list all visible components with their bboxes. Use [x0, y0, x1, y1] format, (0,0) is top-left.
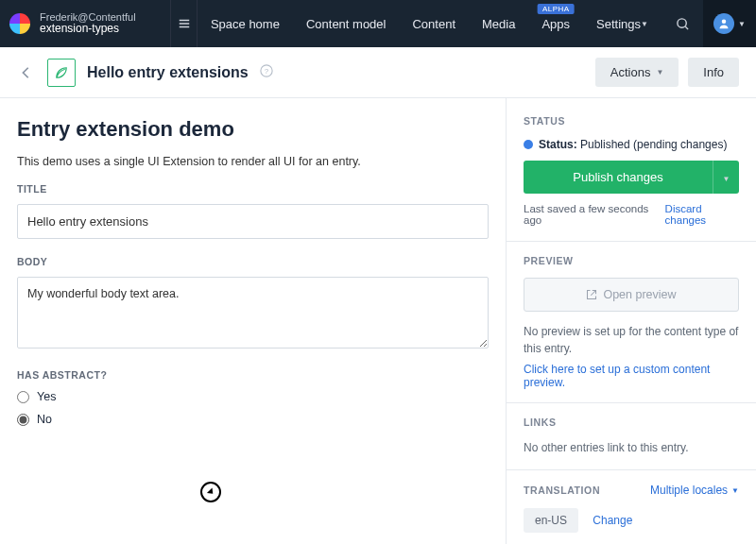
leaf-icon [53, 64, 70, 81]
preview-setup-link[interactable]: Click here to set up a custom content pr… [524, 363, 739, 389]
translation-mode-select[interactable]: Multiple locales ▼ [650, 484, 739, 497]
nav-settings-label: Settings [596, 17, 641, 31]
abstract-yes[interactable]: Yes [17, 390, 489, 403]
sidebar: STATUS Status: Published (pending change… [507, 98, 756, 544]
status-dot-icon [524, 140, 533, 149]
chevron-left-icon [20, 66, 33, 79]
open-preview-label: Open preview [603, 288, 676, 301]
abstract-yes-radio[interactable] [17, 391, 29, 403]
field-abstract: HAS ABSTRACT? Yes No [17, 369, 489, 426]
status-label: Status: [539, 138, 577, 151]
links-heading: LINKS [524, 416, 739, 428]
chevron-down-icon: ▼ [738, 20, 746, 28]
page-description: This demo uses a single UI Extension to … [17, 155, 489, 168]
saved-row: Last saved a few seconds ago Discard cha… [524, 203, 739, 226]
entry-title: Hello entry extensions [87, 64, 249, 81]
field-body: BODY My wonderful body text area. [17, 256, 489, 352]
change-locale-link[interactable]: Change [593, 514, 632, 527]
nav-apps-label: Apps [541, 17, 570, 31]
abstract-no-radio[interactable] [17, 414, 29, 426]
svg-point-0 [677, 18, 685, 26]
locale-row: en-US Change [524, 497, 739, 533]
divider [507, 469, 756, 470]
search-icon [676, 17, 690, 31]
page-title: Entry extension demo [17, 117, 489, 142]
search-button[interactable] [662, 0, 703, 47]
chevron-down-icon: ▼ [723, 175, 730, 183]
main-panel: Entry extension demo This demo uses a si… [0, 98, 507, 544]
abstract-no-label: No [37, 413, 52, 426]
divider [507, 402, 756, 403]
publish-button[interactable]: Publish changes [524, 161, 713, 194]
help-icon[interactable]: ? [260, 64, 273, 81]
chevron-down-icon: ▼ [641, 20, 648, 28]
status-value: Published (pending changes) [580, 138, 727, 151]
info-button[interactable]: Info [688, 58, 739, 87]
hamburger-icon [178, 17, 191, 30]
preview-empty-text: No preview is set up for the content typ… [524, 323, 739, 357]
field-body-label: BODY [17, 256, 489, 267]
status-heading: STATUS [524, 115, 739, 127]
translation-mode-label: Multiple locales [650, 484, 728, 497]
nav-apps[interactable]: ALPHA Apps [528, 0, 583, 47]
actions-button[interactable]: Actions ▼ [595, 58, 679, 87]
topnav-right: ▼ [662, 0, 756, 47]
nav-media[interactable]: Media [469, 0, 528, 47]
title-input[interactable] [17, 204, 489, 239]
svg-point-1 [722, 20, 727, 25]
chevron-down-icon: ▼ [731, 486, 739, 495]
cursor-indicator [200, 482, 221, 502]
user-menu[interactable]: ▼ [703, 0, 756, 47]
chevron-down-icon: ▼ [656, 68, 663, 76]
workbench-header: Hello entry extensions ? Actions ▼ Info [0, 47, 756, 98]
locale-chip: en-US [524, 508, 578, 533]
field-title-label: TITLE [17, 183, 489, 195]
space-name: extension-types [40, 23, 136, 36]
external-link-icon [586, 289, 597, 300]
divider [507, 241, 756, 242]
publish-wrap: Publish changes ▼ [524, 161, 739, 194]
workbench-body: Entry extension demo This demo uses a si… [0, 98, 756, 544]
alpha-badge: ALPHA [538, 4, 575, 14]
brand-text: Frederik@Contentful extension-types [40, 11, 136, 36]
top-nav: Frederik@Contentful extension-types Spac… [0, 0, 756, 47]
nav-settings[interactable]: Settings ▼ [583, 0, 662, 47]
publish-more-button[interactable]: ▼ [713, 161, 739, 194]
nav-content[interactable]: Content [399, 0, 469, 47]
preview-heading: PREVIEW [524, 255, 739, 266]
last-saved-text: Last saved a few seconds ago [524, 203, 658, 226]
abstract-yes-label: Yes [37, 390, 56, 403]
actions-label: Actions [610, 65, 651, 79]
translation-row: TRANSLATION Multiple locales ▼ [524, 484, 739, 497]
translation-heading: TRANSLATION [524, 484, 600, 496]
user-icon [718, 18, 730, 29]
nav-items: Space home Content model Content Media A… [198, 0, 662, 47]
discard-link[interactable]: Discard changes [665, 203, 739, 226]
open-preview-button[interactable]: Open preview [524, 278, 739, 312]
field-abstract-label: HAS ABSTRACT? [17, 369, 489, 381]
sidebar-toggle[interactable] [170, 0, 198, 47]
back-button[interactable] [17, 63, 36, 82]
nav-content-model[interactable]: Content model [293, 0, 400, 47]
links-empty-text: No other entries link to this entry. [524, 439, 739, 456]
status-row: Status: Published (pending changes) [524, 138, 739, 151]
workbench-actions: Actions ▼ Info [595, 58, 739, 87]
body-textarea[interactable]: My wonderful body text area. [17, 277, 489, 348]
svg-text:?: ? [265, 66, 269, 75]
brand: Frederik@Contentful extension-types [0, 11, 170, 36]
abstract-no[interactable]: No [17, 413, 489, 426]
field-title: TITLE [17, 183, 489, 239]
avatar [713, 13, 734, 34]
logo-icon [9, 13, 30, 34]
nav-space-home[interactable]: Space home [198, 0, 293, 47]
entry-type-icon [47, 59, 76, 87]
